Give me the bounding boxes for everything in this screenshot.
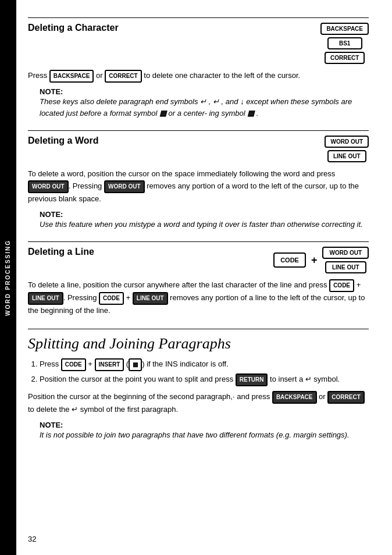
char-note-text: These keys also delete paragraph end sym… <box>40 96 369 119</box>
inline-key-wordout-2: WORD OUT <box>104 180 145 193</box>
key-bs1: BS1 <box>327 37 362 49</box>
inline-key-lineout-1: LINE OUT <box>28 292 63 305</box>
split-note-title: NOTE: <box>40 421 369 429</box>
word-body-text: To delete a word, position the cursor on… <box>28 168 369 205</box>
split-note-text: It is not possible to join two paragraph… <box>40 429 369 441</box>
section-title-word: Deleting a Word <box>28 136 99 146</box>
inline-key-return: RETURN <box>236 373 268 386</box>
word-note-text: Use this feature when you mistype a word… <box>40 219 369 230</box>
step-1: Press CODE + INSERT (▩) if the INS indic… <box>40 358 369 371</box>
word-note-title: NOTE: <box>40 210 369 219</box>
inline-key-code-2: CODE <box>99 292 124 305</box>
line-body-text: To delete a line, position the cursor an… <box>28 279 369 317</box>
section-deleting-character: Deleting a Character BACKSPACE BS1 CORRE… <box>28 17 369 119</box>
word-note: NOTE: Use this feature when you mistype … <box>40 210 369 230</box>
steps-list: Press CODE + INSERT (▩) if the INS indic… <box>40 358 369 386</box>
step-2: Position the cursor at the point you wan… <box>40 373 369 386</box>
key-line-out-2: LINE OUT <box>325 261 366 273</box>
key-group-char: BACKSPACE BS1 CORRECT <box>320 23 369 64</box>
section-header-line: Deleting a Line CODE + WORD OUT LINE OUT <box>28 241 369 273</box>
inline-key-code-3: CODE <box>61 358 86 371</box>
inline-key-backspace: BACKSPACE <box>49 70 94 83</box>
plus-icon-1: + <box>311 254 318 266</box>
page: WORD PROCESSING Deleting a Character BAC… <box>0 0 392 555</box>
key-line-out-1: LINE OUT <box>327 150 366 162</box>
char-body-text: Press BACKSPACE or CORRECT to delete one… <box>28 70 369 83</box>
key-group-line: WORD OUT LINE OUT <box>322 247 369 273</box>
sidebar: WORD PROCESSING <box>0 0 16 555</box>
inline-key-insert: INSERT <box>95 358 124 371</box>
inline-key-backspace-2: BACKSPACE <box>272 391 317 404</box>
inline-key-correct: CORRECT <box>105 70 141 83</box>
char-note-title: NOTE: <box>40 87 369 96</box>
key-combo-line: CODE + WORD OUT LINE OUT <box>273 247 369 273</box>
main-content: Deleting a Character BACKSPACE BS1 CORRE… <box>16 0 392 555</box>
sidebar-label: WORD PROCESSING <box>5 239 12 315</box>
split-body-text: Position the cursor at the beginning of … <box>28 391 369 416</box>
key-word-out-2: WORD OUT <box>322 247 369 259</box>
key-code-1: CODE <box>273 252 306 268</box>
key-correct-1: CORRECT <box>325 52 365 64</box>
key-word-out-1: WORD OUT <box>325 136 369 148</box>
section-deleting-line: Deleting a Line CODE + WORD OUT LINE OUT… <box>28 241 369 317</box>
split-note: NOTE: It is not possible to join two par… <box>40 421 369 441</box>
section-header-word: Deleting a Word WORD OUT LINE OUT <box>28 130 369 162</box>
inline-key-code-1: CODE <box>329 279 354 292</box>
section-splitting-joining: Splitting and Joining Paragraphs Press C… <box>28 329 369 440</box>
inline-key-correct-2: CORRECT <box>327 391 364 404</box>
page-number: 32 <box>28 535 36 543</box>
inline-key-lineout-2: LINE OUT <box>133 292 168 305</box>
key-backspace: BACKSPACE <box>320 23 369 35</box>
char-note: NOTE: These keys also delete paragraph e… <box>40 87 369 119</box>
section-title-line: Deleting a Line <box>28 247 94 257</box>
key-group-word: WORD OUT LINE OUT <box>325 136 369 162</box>
inline-key-ins-icon: ▩ <box>129 358 142 371</box>
section-header-char: Deleting a Character BACKSPACE BS1 CORRE… <box>28 17 369 64</box>
section-title-split: Splitting and Joining Paragraphs <box>28 329 369 353</box>
section-deleting-word: Deleting a Word WORD OUT LINE OUT To del… <box>28 130 369 230</box>
inline-key-wordout-1: WORD OUT <box>28 180 69 193</box>
section-title-char: Deleting a Character <box>28 23 119 33</box>
